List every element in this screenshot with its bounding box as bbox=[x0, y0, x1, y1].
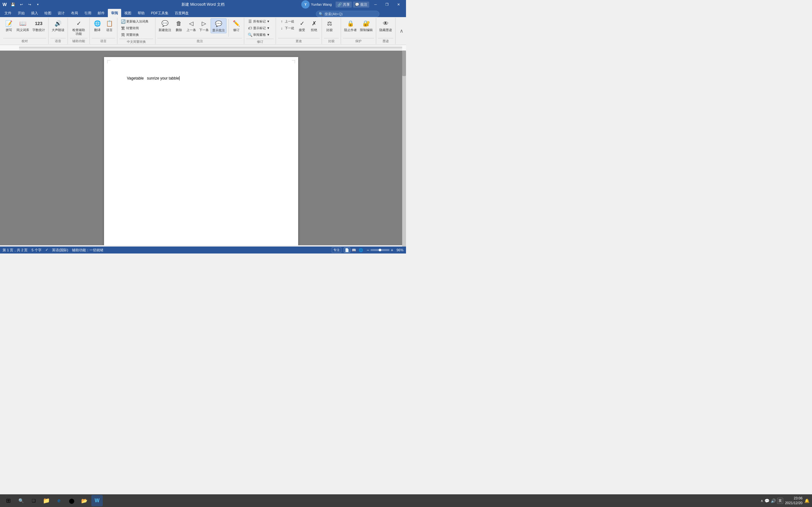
tab-mail[interactable]: 邮件 bbox=[95, 9, 108, 17]
focus-button[interactable]: 专注 bbox=[332, 247, 341, 253]
btn-all-markup[interactable]: ☰ 所有标记 ▼ bbox=[246, 18, 271, 25]
group-proofing-label: 校对 bbox=[3, 38, 46, 43]
save-icon[interactable]: 💾 bbox=[10, 1, 16, 8]
status-left: 第 1 页，共 2 页 5 个字 ✓ 英语(国际) 辅助功能：一切就绪 bbox=[3, 248, 103, 252]
group-translate-cn: 🔄 更新输入法词典 繁 转繁转简 简 简繁转换 中文简繁转换 bbox=[117, 18, 155, 44]
btn-simp-trad[interactable]: 简 简繁转换 bbox=[119, 32, 150, 38]
btn-delete-comment[interactable]: 🗑 删除 bbox=[173, 18, 185, 33]
accessibility-status: 辅助功能：一切就绪 bbox=[72, 248, 103, 252]
group-ink-label: 墨迹 bbox=[378, 38, 393, 43]
show-comments-icon: 💬 bbox=[214, 19, 223, 28]
menu-tabs: 文件 开始 插入 绘图 设计 布局 引用 邮件 审阅 视图 帮助 PDF工具集 … bbox=[0, 9, 406, 17]
redo-icon[interactable]: ↪ bbox=[26, 1, 33, 8]
btn-accept[interactable]: ✓ 接受 bbox=[296, 18, 308, 33]
prev-change-icon: ↑ bbox=[279, 19, 284, 24]
btn-thesaurus[interactable]: 📖 同义词库 bbox=[15, 18, 31, 33]
view-web-btn[interactable]: 🌐 bbox=[358, 247, 364, 252]
btn-compare[interactable]: ⚖ 比较 bbox=[324, 18, 335, 33]
minimize-button[interactable]: ─ bbox=[370, 0, 380, 9]
group-changes: ↑ 上一处 ↓ 下一处 ✓ 接受 ✗ 拒绝 更改 bbox=[276, 18, 322, 44]
group-language: 🌐 翻译 📋 语言 语言 bbox=[90, 18, 117, 44]
close-button[interactable]: ✕ bbox=[393, 0, 403, 9]
btn-translate[interactable]: 🌐 翻译 bbox=[92, 18, 103, 33]
tab-file[interactable]: 文件 bbox=[1, 9, 14, 17]
btn-to-traditional[interactable]: 繁 转繁转简 bbox=[119, 25, 150, 32]
document-content[interactable]: Vagetable sunrize your tabble bbox=[127, 76, 275, 80]
zoom-out-icon[interactable]: − bbox=[367, 247, 369, 252]
tab-help[interactable]: 帮助 bbox=[135, 9, 148, 17]
share-icon[interactable]: 🔗 共享 bbox=[336, 2, 352, 8]
btn-block-authors[interactable]: 🔒 阻止作者 bbox=[343, 18, 358, 33]
zoom-level[interactable]: 96% bbox=[395, 248, 403, 252]
next-comment-icon: ▷ bbox=[200, 19, 208, 28]
btn-read-aloud[interactable]: 🔊 大声朗读 bbox=[50, 18, 66, 33]
tab-layout[interactable]: 布局 bbox=[68, 9, 81, 17]
btn-track-changes[interactable]: ✏️ 修订 bbox=[231, 18, 242, 33]
block-authors-icon: 🔒 bbox=[346, 19, 355, 28]
btn-wordcount[interactable]: 123 字数统计 bbox=[31, 18, 46, 33]
accept-icon: ✓ bbox=[298, 19, 306, 28]
scrollbar-thumb[interactable] bbox=[402, 51, 406, 76]
restrict-edit-icon: 🔐 bbox=[362, 19, 371, 28]
btn-reject[interactable]: ✗ 拒绝 bbox=[308, 18, 320, 33]
tab-reference[interactable]: 引用 bbox=[81, 9, 95, 17]
top-area: 文件 开始 插入 绘图 设计 布局 引用 邮件 审阅 视图 帮助 PDF工具集 … bbox=[0, 9, 406, 17]
btn-show-markup[interactable]: 🏷 显示标记 ▼ bbox=[246, 25, 271, 32]
btn-language[interactable]: 📋 语言 bbox=[104, 18, 115, 33]
wordcount-icon: 123 bbox=[34, 19, 43, 28]
tab-insert[interactable]: 插入 bbox=[28, 9, 41, 17]
tab-start[interactable]: 开始 bbox=[14, 9, 28, 17]
btn-spelling[interactable]: 📝 拼写 bbox=[3, 18, 14, 33]
corner-tr bbox=[292, 60, 295, 63]
btn-next-comment[interactable]: ▷ 下一条 bbox=[198, 18, 210, 33]
group-proofing: 📝 拼写 📖 同义词库 123 字数统计 校对 bbox=[1, 18, 49, 44]
view-read-btn[interactable]: 📖 bbox=[351, 247, 357, 252]
search-placeholder: 搜索(Alt+Q) bbox=[324, 12, 343, 16]
btn-hide-ink[interactable]: 👁 隐藏墨迹 bbox=[378, 18, 393, 33]
ruler-bar bbox=[19, 46, 402, 50]
zoom-slider[interactable] bbox=[370, 249, 390, 251]
zoom-in-icon[interactable]: + bbox=[391, 247, 393, 252]
restore-button[interactable]: ❐ bbox=[382, 0, 392, 9]
btn-accessibility[interactable]: ✓ 检查辅助功能 bbox=[70, 18, 88, 37]
spelling-icon: 📝 bbox=[4, 19, 13, 28]
group-comment: 💬 新建批注 🗑 删除 ◁ 上一条 ▷ 下一条 💬 显示批注 bbox=[155, 18, 244, 44]
simp-trad-icon: 简 bbox=[120, 32, 125, 38]
btn-update-dict[interactable]: 🔄 更新输入法词典 bbox=[119, 18, 150, 25]
tab-view[interactable]: 视图 bbox=[121, 9, 135, 17]
btn-restrict-edit[interactable]: 🔐 限制编辑 bbox=[359, 18, 374, 33]
tab-baidu[interactable]: 百度网盘 bbox=[171, 9, 192, 17]
language-status: 英语(国际) bbox=[52, 248, 68, 252]
group-tracking: ☰ 所有标记 ▼ 🏷 显示标记 ▼ 🔍 审阅窗格 ▼ 修订 bbox=[244, 18, 276, 44]
btn-next-change[interactable]: ↓ 下一处 bbox=[278, 25, 296, 32]
btn-prev-comment[interactable]: ◁ 上一条 bbox=[185, 18, 197, 33]
comment-icon[interactable]: 💬 批注 bbox=[353, 2, 369, 8]
group-accessibility-label: 辅助功能 bbox=[70, 38, 88, 43]
view-print-btn[interactable]: 📄 bbox=[344, 247, 350, 252]
btn-new-comment[interactable]: 💬 新建批注 bbox=[157, 18, 172, 33]
tab-review[interactable]: 审阅 bbox=[108, 9, 121, 17]
tab-pdf[interactable]: PDF工具集 bbox=[148, 9, 171, 17]
vertical-scrollbar[interactable] bbox=[402, 51, 406, 246]
search-box[interactable]: 🔍 搜索(Alt+Q) bbox=[316, 11, 379, 17]
collapse-ribbon-button[interactable]: ∧ bbox=[398, 18, 405, 44]
group-comment-label: 批注 bbox=[157, 38, 242, 43]
btn-prev-change[interactable]: ↑ 上一处 bbox=[278, 18, 296, 25]
tab-draw[interactable]: 绘图 bbox=[41, 9, 55, 17]
customize-icon[interactable]: ▼ bbox=[35, 1, 41, 8]
text-cursor bbox=[179, 76, 180, 80]
tab-design[interactable]: 设计 bbox=[55, 9, 68, 17]
reject-icon: ✗ bbox=[310, 19, 318, 28]
corner-tl bbox=[107, 60, 110, 63]
undo-icon[interactable]: ↩ bbox=[18, 1, 24, 8]
status-bar: 第 1 页，共 2 页 5 个字 ✓ 英语(国际) 辅助功能：一切就绪 专注 📄… bbox=[0, 246, 406, 253]
group-tracking-label: 修订 bbox=[246, 39, 274, 44]
btn-show-comments[interactable]: 💬 显示批注 bbox=[211, 18, 226, 33]
ribbon: 📝 拼写 📖 同义词库 123 字数统计 校对 🔊 大声朗读 bbox=[0, 17, 406, 45]
document-area[interactable]: Vagetable sunrize your tabble bbox=[0, 51, 402, 245]
read-aloud-icon: 🔊 bbox=[54, 19, 62, 28]
search-area: 🔍 搜索(Alt+Q) bbox=[316, 11, 379, 17]
group-compare-label: 比较 bbox=[324, 38, 339, 43]
main-content-area: Vagetable sunrize your tabble bbox=[0, 51, 406, 246]
btn-review-pane[interactable]: 🔍 审阅窗格 ▼ bbox=[246, 32, 271, 38]
